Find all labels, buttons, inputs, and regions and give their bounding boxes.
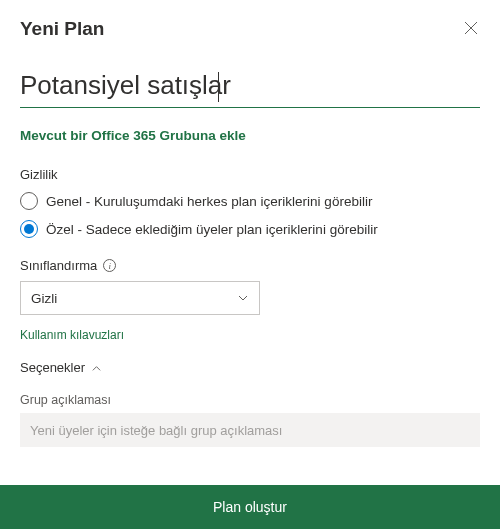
classification-label-row: Sınıflandırma i bbox=[20, 258, 480, 273]
radio-icon bbox=[20, 192, 38, 210]
chevron-up-icon bbox=[91, 362, 102, 373]
privacy-option-private[interactable]: Özel - Sadece eklediğim üyeler plan içer… bbox=[20, 220, 480, 238]
options-toggle[interactable]: Seçenekler bbox=[20, 360, 480, 375]
group-description-label: Grup açıklaması bbox=[20, 393, 480, 407]
privacy-label: Gizlilik bbox=[20, 167, 480, 182]
new-plan-panel: Yeni Plan Mevcut bir Office 365 Grubuna … bbox=[0, 0, 500, 485]
panel-title: Yeni Plan bbox=[20, 18, 104, 40]
classification-label: Sınıflandırma bbox=[20, 258, 97, 273]
plan-name-input[interactable] bbox=[20, 68, 480, 108]
text-caret bbox=[218, 72, 219, 102]
select-value: Gizli bbox=[31, 291, 57, 306]
panel-header: Yeni Plan bbox=[20, 18, 480, 40]
options-label: Seçenekler bbox=[20, 360, 85, 375]
group-description-input[interactable] bbox=[20, 413, 480, 447]
create-plan-button[interactable]: Plan oluştur bbox=[0, 485, 500, 529]
classification-select[interactable]: Gizli bbox=[20, 281, 260, 315]
radio-label: Genel - Kuruluşumdaki herkes plan içerik… bbox=[46, 194, 372, 209]
privacy-radio-group: Genel - Kuruluşumdaki herkes plan içerik… bbox=[20, 192, 480, 238]
usage-guidelines-link[interactable]: Kullanım kılavuzları bbox=[20, 328, 124, 342]
create-plan-label: Plan oluştur bbox=[213, 499, 287, 515]
radio-icon bbox=[20, 220, 38, 238]
chevron-down-icon bbox=[237, 292, 249, 304]
close-icon[interactable] bbox=[464, 21, 480, 37]
privacy-option-public[interactable]: Genel - Kuruluşumdaki herkes plan içerik… bbox=[20, 192, 480, 210]
plan-name-field bbox=[20, 68, 480, 108]
add-existing-group-link[interactable]: Mevcut bir Office 365 Grubuna ekle bbox=[20, 128, 246, 143]
radio-label: Özel - Sadece eklediğim üyeler plan içer… bbox=[46, 222, 378, 237]
info-icon[interactable]: i bbox=[103, 259, 116, 272]
